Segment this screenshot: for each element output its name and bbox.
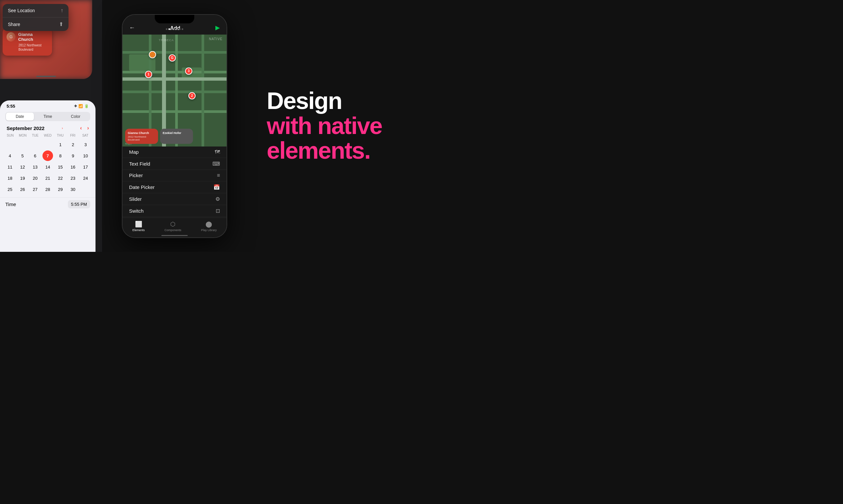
cal-day-17[interactable]: 17: [80, 162, 91, 172]
datepicker-icon: 📅: [213, 184, 220, 190]
cal-day-25[interactable]: 25: [5, 184, 15, 195]
segment-control[interactable]: Date Time Color: [5, 112, 90, 121]
cal-day-23[interactable]: 23: [68, 173, 78, 183]
time-row: Time 5:55 PM: [0, 197, 95, 211]
see-location-label: See Location: [8, 8, 35, 13]
cal-day-11[interactable]: 11: [5, 162, 15, 172]
time-value[interactable]: 5:55 PM: [68, 200, 90, 209]
cal-day-12[interactable]: 12: [17, 162, 28, 172]
dot: [177, 28, 178, 30]
day-sat: SAT: [79, 133, 92, 138]
list-item-label: Text Field: [129, 161, 150, 166]
tab-components[interactable]: ⬡ Components: [164, 220, 181, 232]
context-menu-item-share[interactable]: Share ⬆: [3, 17, 69, 31]
cal-day-7-today[interactable]: 7: [42, 150, 53, 161]
left-section: G Gianna Church 2812 NorthwestBoulevard …: [0, 0, 102, 252]
status-time: 5:55: [6, 104, 15, 109]
components-tab-icon: ⬡: [170, 220, 176, 228]
home-indicator: [161, 235, 188, 236]
list-item-label: Slider: [129, 196, 142, 202]
map-road: [123, 91, 227, 93]
map-card-addr-1: 2812 Northwest Boulevard: [128, 135, 156, 141]
components-tab-label: Components: [164, 229, 181, 232]
seg-tab-time[interactable]: Time: [34, 113, 62, 121]
elements-tab-icon: ⬜: [135, 220, 142, 228]
map-card-name-2: Ezekiel Hofer: [163, 131, 190, 134]
day-tue: TUE: [29, 133, 41, 138]
prev-month-button[interactable]: ‹: [80, 125, 82, 131]
list-item-picker[interactable]: Picker ≡: [123, 170, 227, 181]
map-icon: 🗺: [215, 149, 220, 155]
seg-tab-color[interactable]: Color: [61, 113, 90, 121]
cal-day-29[interactable]: 29: [55, 184, 66, 195]
list-item-switch[interactable]: Switch ⊡: [123, 205, 227, 217]
next-month-button[interactable]: ›: [87, 125, 89, 131]
header-dots: [166, 28, 183, 30]
slider-icon: ⚙: [215, 196, 220, 202]
map-road: [123, 51, 227, 54]
cal-day-21[interactable]: 21: [42, 173, 53, 183]
back-button[interactable]: ←: [129, 24, 135, 31]
right-section: Design with native elements.: [247, 0, 422, 252]
dot-active: [168, 28, 170, 30]
play-button[interactable]: ▶: [215, 24, 220, 31]
seg-tab-date[interactable]: Date: [6, 113, 34, 121]
cal-day-28[interactable]: 28: [42, 184, 53, 195]
hero-line-3: elements.: [267, 138, 382, 163]
cal-day-26[interactable]: 26: [17, 184, 28, 195]
cal-cell[interactable]: [30, 139, 40, 150]
cal-day-16[interactable]: 16: [68, 162, 78, 172]
cal-day-22[interactable]: 22: [55, 173, 66, 183]
list-item-label: Picker: [129, 173, 143, 178]
dot: [182, 28, 183, 30]
cal-day-5[interactable]: 5: [17, 150, 28, 161]
cal-day-20[interactable]: 20: [30, 173, 40, 183]
share-label: Share: [8, 22, 20, 27]
main-road: [123, 77, 227, 80]
map-pin-1: 1: [145, 71, 152, 78]
calendar-weeks: 1 2 3 4 5 6 7 8 9 10 11 12 13 14 15: [4, 139, 92, 195]
textfield-icon: ⌨: [212, 161, 220, 167]
cal-day-1[interactable]: 1: [55, 139, 66, 150]
day-sun: SUN: [4, 133, 16, 138]
cal-day-13[interactable]: 13: [30, 162, 40, 172]
map-pin-orange: [149, 51, 156, 58]
map-district-label: TRIBECA: [159, 38, 174, 42]
day-fri: FRI: [67, 133, 79, 138]
cal-day-19[interactable]: 19: [17, 173, 28, 183]
tab-elements[interactable]: ⬜ Elements: [132, 220, 145, 232]
contact-address: 2812 NorthwestBoulevard: [6, 43, 48, 52]
share-icon: ⬆: [59, 21, 63, 27]
cal-day-4[interactable]: 4: [5, 150, 15, 161]
cal-day-9[interactable]: 9: [68, 150, 78, 161]
phone-notch: [155, 15, 194, 23]
cal-day-30[interactable]: 30: [68, 184, 78, 195]
tab-play-library[interactable]: ⬤ Play Library: [201, 220, 217, 232]
cal-day-10[interactable]: 10: [80, 150, 91, 161]
cal-cell[interactable]: [17, 139, 28, 150]
phone-list: Map 🗺 Text Field ⌨ Picker ≡ Date Picker …: [123, 146, 227, 218]
cal-day-3[interactable]: 3: [80, 139, 91, 150]
dot: [166, 28, 167, 30]
cal-day-8[interactable]: 8: [55, 150, 66, 161]
cal-day-15[interactable]: 15: [55, 162, 66, 172]
list-item-datepicker[interactable]: Date Picker 📅: [123, 181, 227, 193]
day-thu: THU: [54, 133, 67, 138]
list-item-slider[interactable]: Slider ⚙: [123, 193, 227, 205]
cal-day-27[interactable]: 27: [30, 184, 40, 195]
list-item-map[interactable]: Map 🗺: [123, 146, 227, 158]
cal-day-24[interactable]: 24: [80, 173, 91, 183]
cal-day-2[interactable]: 2: [68, 139, 78, 150]
cal-day-6[interactable]: 6: [30, 150, 40, 161]
map-contact-cards: Gianna Church 2812 Northwest Boulevard E…: [125, 129, 193, 144]
context-menu-item-see-location[interactable]: See Location ↑: [3, 4, 69, 17]
cal-cell[interactable]: [42, 139, 53, 150]
play-library-tab-icon: ⬤: [205, 220, 212, 228]
cal-cell[interactable]: [5, 139, 15, 150]
cal-day-14[interactable]: 14: [42, 162, 53, 172]
context-menu: See Location ↑ Share ⬆: [3, 4, 69, 31]
hero-line-2: with native: [267, 113, 382, 139]
airplane-icon: ✈: [74, 104, 77, 108]
cal-day-18[interactable]: 18: [5, 173, 15, 183]
list-item-textfield[interactable]: Text Field ⌨: [123, 158, 227, 170]
